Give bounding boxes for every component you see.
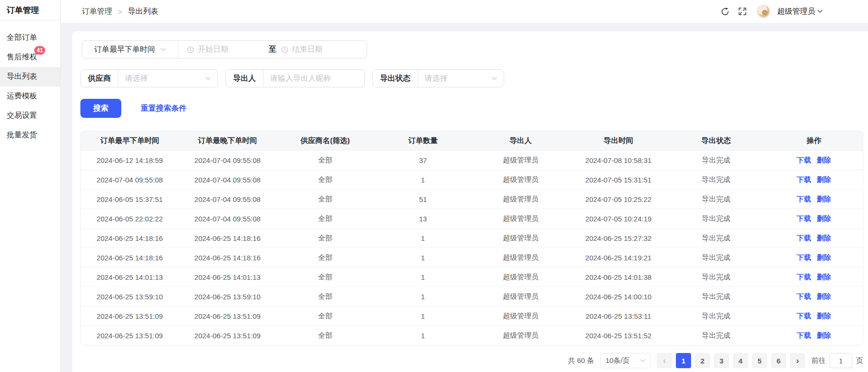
cell-order-count: 1 <box>374 312 472 320</box>
cell-exporter: 超级管理员 <box>472 253 570 262</box>
page-button[interactable]: 5 <box>752 353 767 368</box>
cell-export-time: 2024-07-08 10:58:31 <box>570 156 668 164</box>
cell-actions: 下载 删除 <box>765 273 863 282</box>
delete-link[interactable]: 删除 <box>817 312 831 321</box>
clock-icon <box>187 46 194 53</box>
download-link[interactable]: 下载 <box>797 331 811 340</box>
exporter-input[interactable] <box>263 74 364 83</box>
download-link[interactable]: 下载 <box>797 214 811 223</box>
page-button[interactable]: 3 <box>714 353 729 368</box>
table-row: 2024-06-25 13:59:10 2024-06-25 13:59:10 … <box>81 286 863 306</box>
next-page-icon[interactable]: › <box>790 353 805 368</box>
start-date-field[interactable]: 开始日期 <box>187 45 264 55</box>
download-link[interactable]: 下载 <box>797 156 811 165</box>
cell-supplier-name: 全部 <box>276 234 374 243</box>
sidebar-title: 订单管理 <box>0 0 60 20</box>
cell-latest-order-time: 2024-06-25 14:18:16 <box>179 254 277 262</box>
cell-latest-order-time: 2024-07-04 09:55:08 <box>179 156 277 164</box>
delete-link[interactable]: 删除 <box>817 175 831 184</box>
download-link[interactable]: 下载 <box>797 273 811 282</box>
filter-row: 供应商 请选择 导出人 导出状态 <box>80 69 863 87</box>
sidebar-item-label: 批量发货 <box>7 130 37 140</box>
delete-link[interactable]: 删除 <box>817 195 831 204</box>
sidebar-item[interactable]: 运费模板 <box>0 86 60 106</box>
column-header: 导出人 <box>472 136 570 146</box>
cell-earliest-order-time: 2024-06-05 15:37:51 <box>81 195 179 203</box>
cell-exporter: 超级管理员 <box>472 175 570 184</box>
download-link[interactable]: 下载 <box>797 195 811 204</box>
cell-earliest-order-time: 2024-06-12 14:18:59 <box>81 156 179 164</box>
delete-link[interactable]: 删除 <box>817 214 831 223</box>
cell-earliest-order-time: 2024-06-25 13:51:09 <box>81 312 179 320</box>
breadcrumb-parent[interactable]: 订单管理 <box>82 7 112 17</box>
sidebar-item[interactable]: 导出列表 <box>0 67 60 86</box>
table-row: 2024-07-04 09:55:08 2024-07-04 09:55:08 … <box>81 170 863 189</box>
cell-order-count: 13 <box>374 215 472 223</box>
sidebar-item[interactable]: 批量发货 <box>0 125 60 145</box>
cell-supplier-name: 全部 <box>276 312 374 321</box>
cell-exporter: 超级管理员 <box>472 312 570 321</box>
cell-order-count: 37 <box>374 156 472 164</box>
page-size-select[interactable]: 10条/页 <box>600 353 651 368</box>
cell-actions: 下载 删除 <box>765 331 863 340</box>
page-button[interactable]: 1 <box>676 353 691 368</box>
main-area: 订单管理 > 导出列表 <box>61 0 868 372</box>
table-row: 2024-06-05 22:02:22 2024-07-04 09:55:08 … <box>81 209 863 228</box>
export-status-filter: 导出状态 请选择 <box>372 69 504 87</box>
delete-link[interactable]: 删除 <box>817 273 831 282</box>
goto-page-input[interactable] <box>829 353 852 368</box>
fullscreen-icon[interactable] <box>737 6 748 17</box>
end-date-field[interactable]: 结束日期 <box>281 45 358 55</box>
supplier-placeholder: 请选择 <box>125 74 148 84</box>
prev-page-icon[interactable]: ‹ <box>657 353 672 368</box>
supplier-select[interactable]: 请选择 <box>118 74 217 84</box>
cell-actions: 下载 删除 <box>765 234 863 243</box>
cell-export-time: 2024-06-25 14:19:21 <box>570 254 668 262</box>
sidebar-item[interactable]: 售后维权 41 <box>0 48 60 67</box>
cell-actions: 下载 删除 <box>765 195 863 204</box>
user-menu[interactable]: 超级管理员 <box>777 7 823 17</box>
cell-latest-order-time: 2024-06-25 13:59:10 <box>179 293 277 301</box>
delete-link[interactable]: 删除 <box>817 292 831 301</box>
cell-export-status: 导出完成 <box>667 175 765 184</box>
time-field-select[interactable]: 订单最早下单时间 <box>82 41 178 58</box>
page-size-value: 10条/页 <box>605 356 630 365</box>
cell-export-time: 2024-06-25 15:27:32 <box>570 234 668 242</box>
cell-export-status: 导出完成 <box>667 312 765 321</box>
cell-export-status: 导出完成 <box>667 214 765 223</box>
search-button[interactable]: 搜索 <box>80 99 121 118</box>
column-header: 订单最晚下单时间 <box>179 136 277 146</box>
avatar[interactable] <box>757 5 770 18</box>
sidebar-item[interactable]: 全部订单 <box>0 28 60 48</box>
table-row: 2024-06-25 14:01:13 2024-06-25 14:01:13 … <box>81 267 863 286</box>
page-button[interactable]: 6 <box>771 353 786 368</box>
delete-link[interactable]: 删除 <box>817 156 831 165</box>
chevron-down-icon <box>817 10 823 13</box>
export-status-select[interactable]: 请选择 <box>418 74 504 84</box>
download-link[interactable]: 下载 <box>797 175 811 184</box>
page-button[interactable]: 4 <box>733 353 748 368</box>
time-field-value: 订单最早下单时间 <box>94 45 155 55</box>
cell-exporter: 超级管理员 <box>472 234 570 243</box>
download-link[interactable]: 下载 <box>797 292 811 301</box>
delete-link[interactable]: 删除 <box>817 331 831 340</box>
cell-exporter: 超级管理员 <box>472 156 570 165</box>
cell-order-count: 1 <box>374 273 472 281</box>
delete-link[interactable]: 删除 <box>817 253 831 262</box>
sidebar-item[interactable]: 交易设置 <box>0 106 60 125</box>
range-separator: 至 <box>269 45 276 55</box>
refresh-icon[interactable] <box>720 6 730 17</box>
download-link[interactable]: 下载 <box>797 234 811 243</box>
page-button[interactable]: 2 <box>695 353 710 368</box>
app-window: 订单管理 全部订单 售后维权 41 导出列表 运费模板 <box>0 0 868 372</box>
cell-actions: 下载 删除 <box>765 175 863 184</box>
export-table: 订单最早下单时间 订单最晚下单时间 供应商名(筛选) 订单数量 导出人 导出时间 <box>80 131 863 345</box>
export-status-placeholder: 请选择 <box>425 74 448 84</box>
column-header: 导出状态 <box>667 136 765 146</box>
download-link[interactable]: 下载 <box>797 312 811 321</box>
cell-earliest-order-time: 2024-06-25 14:18:16 <box>81 254 179 262</box>
download-link[interactable]: 下载 <box>797 253 811 262</box>
reset-filters-link[interactable]: 重置搜索条件 <box>141 104 186 114</box>
cell-latest-order-time: 2024-06-25 14:18:16 <box>179 234 277 242</box>
delete-link[interactable]: 删除 <box>817 234 831 243</box>
